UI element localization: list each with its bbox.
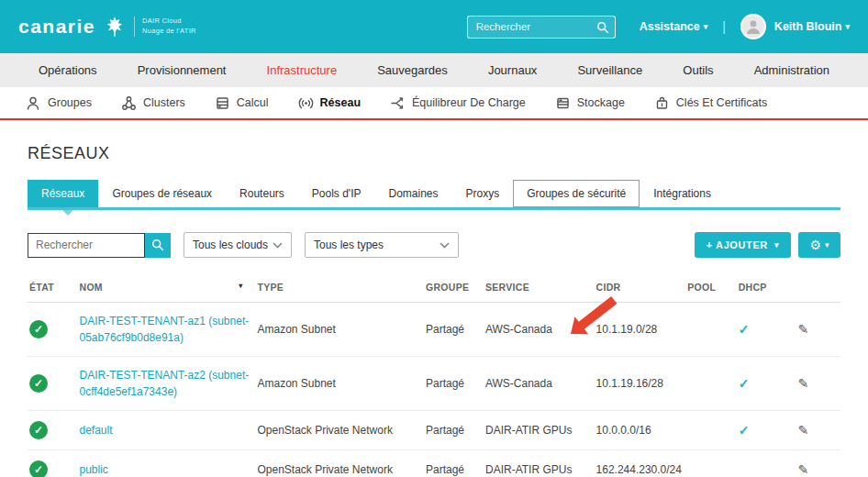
table-row: ✓ DAIR-TEST-TENANT-az1 (subnet-05ab76cf9… xyxy=(28,303,840,357)
user-menu[interactable]: Keith Blouin ▾ xyxy=(774,20,850,33)
col-header-nom[interactable]: NOM ▾ xyxy=(78,276,256,303)
nav-item-provisionnement[interactable]: Provisionnement xyxy=(138,63,227,77)
network-name-link[interactable]: public xyxy=(80,463,108,476)
keys-certificates-icon xyxy=(654,95,670,111)
cell-groupe: Partagé xyxy=(424,411,484,450)
cloud-filter-select[interactable]: Tous les clouds xyxy=(184,232,292,258)
brand-tagline: DAIR Cloud Nuage de l'ATIR xyxy=(134,17,196,37)
cell-pool xyxy=(685,357,737,411)
subnav-item-reseau[interactable]: Réseau xyxy=(298,95,361,111)
subnav-item-calcul[interactable]: Calcul xyxy=(215,95,269,111)
edit-pencil-icon[interactable]: ✎ xyxy=(798,376,809,391)
cell-type: OpenStack Private Network xyxy=(255,411,423,450)
brand-tagline-fr: Nuage de l'ATIR xyxy=(142,27,196,37)
subnav-item-groupes[interactable]: Groupes xyxy=(26,95,92,111)
assistance-menu[interactable]: Assistance ▾ xyxy=(640,20,708,33)
page-title: RÉSEAUX xyxy=(28,144,840,163)
settings-button[interactable]: ⚙ ▾ xyxy=(798,232,840,258)
header-divider: | xyxy=(722,19,726,34)
brand-tagline-en: DAIR Cloud xyxy=(142,17,196,27)
nav-item-operations[interactable]: Opérations xyxy=(39,63,97,77)
network-icon xyxy=(298,95,314,111)
search-icon[interactable] xyxy=(596,21,609,34)
subnav-item-clusters[interactable]: Clusters xyxy=(121,95,185,111)
assistance-label: Assistance xyxy=(640,20,700,33)
load-balancer-icon xyxy=(390,95,406,111)
table-row: ✓ public OpenStack Private Network Parta… xyxy=(28,450,840,477)
tab-groupes-de-reseaux[interactable]: Groupes de réseaux xyxy=(98,180,226,207)
cell-groupe: Partagé xyxy=(424,303,484,357)
tab-integrations[interactable]: Intégrations xyxy=(640,180,725,207)
col-header-nom-label: NOM xyxy=(80,282,103,293)
col-header-cidr: CIDR xyxy=(595,276,686,303)
tab-reseaux[interactable]: Réseaux xyxy=(28,180,98,207)
tab-proxys[interactable]: Proxys xyxy=(452,180,514,207)
global-search-input[interactable] xyxy=(468,17,615,38)
tab-routeurs[interactable]: Routeurs xyxy=(226,180,298,207)
network-name-link[interactable]: default xyxy=(80,424,113,437)
network-name-link[interactable]: DAIR-TEST-TENANT-az2 (subnet-0cff4de5ef1… xyxy=(80,369,250,398)
table-search-input[interactable] xyxy=(28,233,145,258)
subnav-item-cles[interactable]: Clés Et Certificats xyxy=(654,95,767,111)
network-name-link[interactable]: DAIR-TEST-TENANT-az1 (subnet-05ab76cf9b0… xyxy=(80,315,250,344)
edit-pencil-icon[interactable]: ✎ xyxy=(798,462,809,477)
nav-item-infrastructure[interactable]: Infrastructure xyxy=(267,63,338,77)
cell-type: OpenStack Private Network xyxy=(255,450,423,477)
nav-item-surveillance[interactable]: Surveillance xyxy=(577,63,642,77)
col-header-actions xyxy=(796,276,840,303)
col-header-service: SERVICE xyxy=(484,276,595,303)
status-ok-icon: ✓ xyxy=(29,460,48,477)
cell-cidr: 10.1.19.16/28 xyxy=(595,357,686,411)
global-search xyxy=(467,16,616,39)
cloud-filter-value: Tous les clouds xyxy=(193,238,268,251)
cell-pool xyxy=(685,411,737,450)
cell-groupe: Partagé xyxy=(424,450,484,477)
col-header-type: TYPE xyxy=(255,276,423,303)
table-search-button[interactable] xyxy=(145,233,171,258)
canarie-logo[interactable]: canarie xyxy=(18,16,95,38)
cell-pool xyxy=(685,303,737,357)
table-header-row: ÉTAT NOM ▾ TYPE GROUPE SERVICE CIDR POOL… xyxy=(28,276,840,303)
nav-item-sauvegardes[interactable]: Sauvegardes xyxy=(377,63,448,77)
chevron-down-icon xyxy=(273,242,283,249)
edit-pencil-icon[interactable]: ✎ xyxy=(798,423,809,438)
cell-cidr: 10.0.0.0/16 xyxy=(595,411,686,450)
table-row: ✓ DAIR-TEST-TENANT-az2 (subnet-0cff4de5e… xyxy=(28,357,840,411)
type-filter-value: Tous les types xyxy=(314,238,384,251)
table-search xyxy=(28,233,171,258)
chevron-down-icon: ▾ xyxy=(774,240,779,250)
main-content: RÉSEAUX Réseaux Groupes de réseaux Route… xyxy=(0,144,868,477)
tab-groupes-de-securite[interactable]: Groupes de sécurité xyxy=(513,180,640,207)
dhcp-check-icon: ✓ xyxy=(739,322,750,337)
avatar[interactable] xyxy=(740,14,766,39)
subnav-item-equilibreur[interactable]: Équilibreur De Charge xyxy=(390,95,526,111)
type-filter-select[interactable]: Tous les types xyxy=(305,232,459,258)
tab-pools-dip[interactable]: Pools d'IP xyxy=(298,180,375,207)
subnav-label: Groupes xyxy=(48,96,92,109)
filter-bar: Tous les clouds Tous les types + AJOUTER… xyxy=(28,232,840,258)
brand[interactable]: canarie DAIR Cloud Nuage de l'ATIR xyxy=(18,15,196,39)
chevron-down-icon xyxy=(440,242,450,249)
storage-icon xyxy=(555,95,571,111)
nav-item-administration[interactable]: Administration xyxy=(754,63,829,77)
cell-type: Amazon Subnet xyxy=(255,303,423,357)
subnav-item-stockage[interactable]: Stockage xyxy=(555,95,625,111)
edit-pencil-icon[interactable]: ✎ xyxy=(798,322,809,337)
compute-icon xyxy=(215,95,230,111)
add-button[interactable]: + AJOUTER ▾ xyxy=(695,232,791,258)
chevron-down-icon: ▾ xyxy=(845,22,850,31)
infrastructure-subnav: Groupes Clusters Calcul Réseau xyxy=(0,87,868,120)
status-ok-icon: ✓ xyxy=(29,421,48,439)
nav-item-journaux[interactable]: Journaux xyxy=(488,63,537,77)
search-icon xyxy=(151,238,164,251)
dhcp-check-icon: ✓ xyxy=(739,423,750,438)
tab-domaines[interactable]: Domaines xyxy=(374,180,451,207)
nav-item-outils[interactable]: Outils xyxy=(683,63,713,77)
chevron-down-icon: ▾ xyxy=(704,22,708,31)
cell-service: DAIR-ATIR GPUs xyxy=(484,450,595,477)
gear-icon: ⚙ xyxy=(809,238,821,252)
cell-service: AWS-Canada xyxy=(484,357,595,411)
cell-type: Amazon Subnet xyxy=(255,357,423,411)
main-nav: Opérations Provisionnement Infrastructur… xyxy=(0,53,868,87)
user-icon xyxy=(744,17,762,36)
